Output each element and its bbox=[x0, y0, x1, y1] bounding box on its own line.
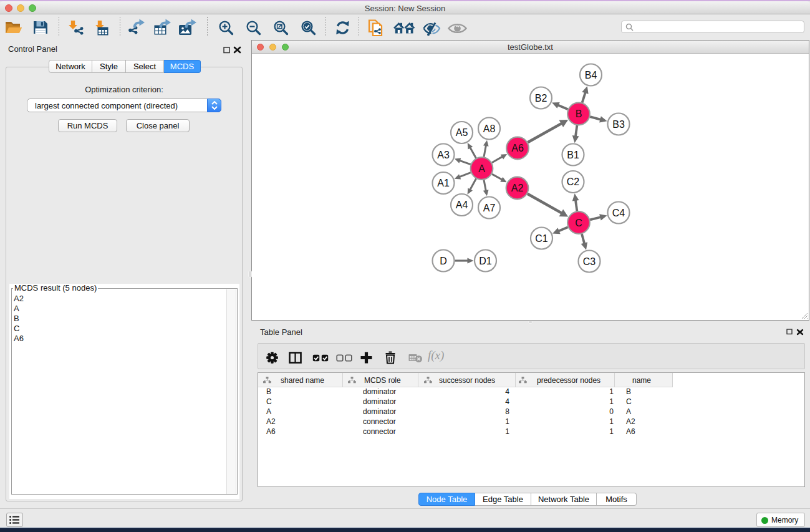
svg-text:B: B bbox=[576, 109, 582, 119]
svg-text:A4: A4 bbox=[456, 200, 468, 210]
svg-text:C1: C1 bbox=[535, 233, 548, 244]
svg-text:C2: C2 bbox=[567, 177, 580, 187]
svg-text:C3: C3 bbox=[583, 256, 596, 267]
svg-text:D1: D1 bbox=[479, 256, 492, 266]
svg-text:B4: B4 bbox=[585, 70, 597, 80]
svg-text:A8: A8 bbox=[483, 123, 496, 134]
svg-text:A: A bbox=[478, 163, 485, 174]
svg-text:A7: A7 bbox=[483, 203, 496, 213]
svg-text:B3: B3 bbox=[612, 119, 625, 130]
svg-text:C4: C4 bbox=[612, 208, 625, 218]
svg-text:D: D bbox=[440, 256, 447, 266]
svg-text:A6: A6 bbox=[511, 143, 524, 153]
svg-text:C: C bbox=[575, 218, 582, 228]
svg-text:A3: A3 bbox=[437, 150, 450, 160]
svg-text:B1: B1 bbox=[567, 150, 579, 160]
svg-text:A2: A2 bbox=[511, 183, 524, 193]
svg-text:A5: A5 bbox=[456, 127, 468, 138]
svg-text:A1: A1 bbox=[437, 178, 450, 188]
svg-text:B2: B2 bbox=[535, 93, 547, 104]
